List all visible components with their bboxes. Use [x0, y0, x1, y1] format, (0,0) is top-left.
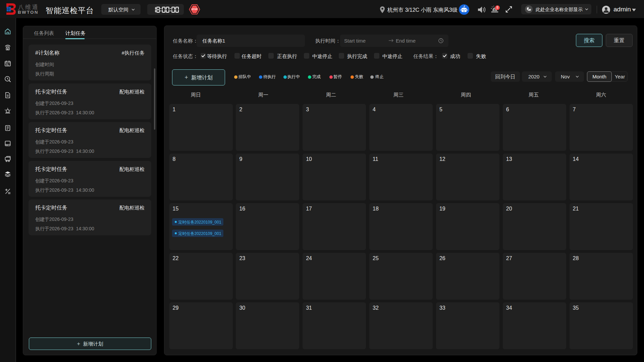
svg-text:STOP: STOP [192, 8, 198, 10]
